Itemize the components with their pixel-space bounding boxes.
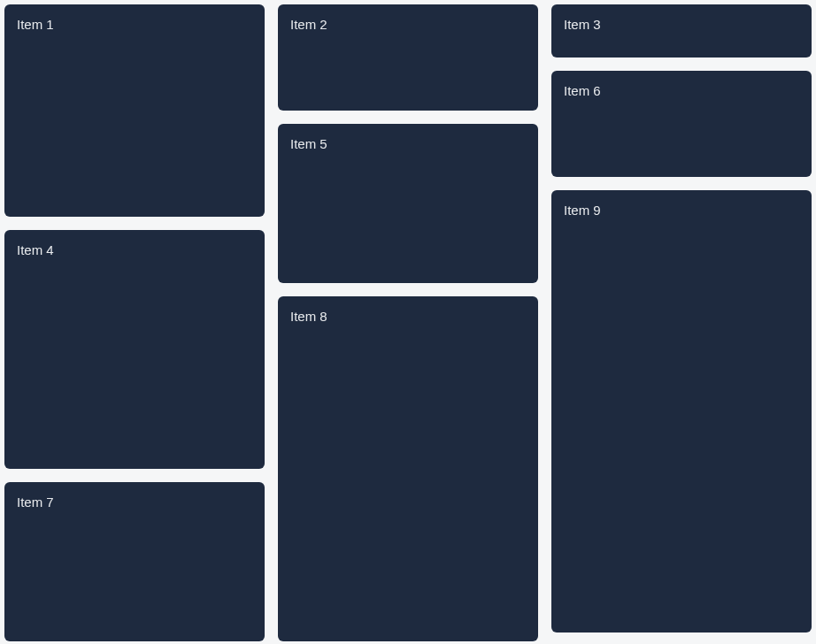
card-label: Item 5 bbox=[290, 136, 526, 151]
masonry-grid: Item 1 Item 4 Item 7 Item 2 Item 5 Item … bbox=[4, 4, 812, 644]
card-label: Item 1 bbox=[17, 17, 252, 32]
card-item-8[interactable]: Item 8 bbox=[278, 296, 538, 641]
card-item-4[interactable]: Item 4 bbox=[4, 230, 265, 469]
card-label: Item 4 bbox=[17, 242, 252, 257]
card-label: Item 8 bbox=[290, 309, 526, 324]
card-label: Item 7 bbox=[17, 494, 252, 510]
card-item-3[interactable]: Item 3 bbox=[551, 4, 812, 58]
card-label: Item 3 bbox=[564, 17, 799, 32]
card-label: Item 9 bbox=[564, 203, 799, 218]
card-item-5[interactable]: Item 5 bbox=[278, 124, 538, 283]
card-item-7[interactable]: Item 7 bbox=[4, 482, 265, 641]
card-label: Item 2 bbox=[290, 17, 526, 32]
card-item-2[interactable]: Item 2 bbox=[278, 4, 538, 111]
card-item-9[interactable]: Item 9 bbox=[551, 190, 812, 632]
card-item-6[interactable]: Item 6 bbox=[551, 71, 812, 177]
card-item-1[interactable]: Item 1 bbox=[4, 4, 265, 217]
card-label: Item 6 bbox=[564, 83, 799, 98]
